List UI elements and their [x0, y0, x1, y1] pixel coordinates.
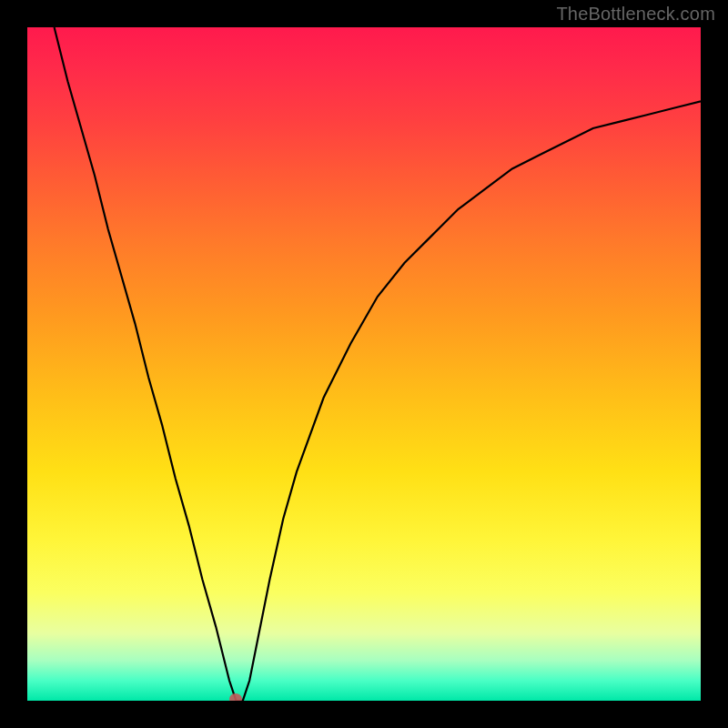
plot-area — [27, 27, 701, 701]
watermark-text: TheBottleneck.com — [556, 4, 715, 25]
optimum-marker — [229, 693, 242, 701]
bottleneck-curve — [55, 27, 701, 701]
curve-svg — [27, 27, 701, 701]
chart-frame: TheBottleneck.com — [0, 0, 728, 728]
